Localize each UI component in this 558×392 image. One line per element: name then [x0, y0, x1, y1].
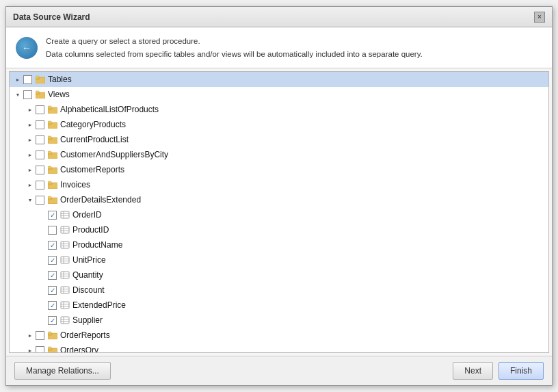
expand-icon-custsupp[interactable]: ► — [25, 149, 36, 160]
tree-item-custrep[interactable]: ► CustomerReports — [10, 162, 548, 177]
svg-rect-11 — [48, 121, 51, 123]
item-label-custsupp: CustomerAndSuppliersByCity — [60, 150, 168, 159]
checkbox-productname[interactable]: ✓ — [48, 241, 57, 250]
expand-icon-catprod[interactable]: ► — [25, 119, 36, 130]
svg-rect-61 — [48, 332, 51, 334]
item-label-alpha: AlphabeticalListOfProducts — [60, 105, 159, 114]
next-button[interactable]: Next — [453, 362, 493, 380]
svg-rect-55 — [61, 317, 69, 324]
back-button[interactable]: ← — [16, 37, 38, 59]
checkbox-orderid[interactable]: ✓ — [48, 211, 57, 220]
tree-item-currprod[interactable]: ► CurrentProductList — [10, 132, 548, 147]
tree-item-alpha[interactable]: ► AlphabeticalListOfProducts — [10, 102, 548, 117]
checkbox-custsupp[interactable] — [36, 151, 44, 159]
svg-rect-20 — [48, 166, 51, 168]
tree-item-catprod[interactable]: ► CategoryProducts — [10, 117, 548, 132]
tree-item-orderid[interactable]: ✓ OrderID — [10, 207, 548, 222]
field-icon-orderid — [59, 209, 70, 220]
svg-rect-31 — [61, 226, 69, 233]
expand-icon-invoices[interactable]: ► — [25, 179, 36, 190]
item-label-discount: Discount — [72, 285, 105, 295]
checkbox-catprod[interactable] — [36, 120, 44, 129]
field-icon-unitprice — [59, 254, 70, 265]
svg-rect-39 — [61, 257, 69, 263]
folder-icon-views — [35, 89, 46, 100]
folder-icon-tables — [35, 74, 46, 85]
checkbox-unitprice[interactable]: ✓ — [48, 256, 57, 265]
data-source-tree[interactable]: ► Tables▼ Views► AlphabeticalListOfProdu… — [9, 71, 549, 353]
item-label-productname: ProductName — [72, 240, 122, 250]
svg-rect-43 — [61, 272, 69, 278]
tree-item-tables[interactable]: ► Tables — [10, 72, 548, 87]
checkbox-custrep[interactable] — [36, 166, 44, 174]
field-icon-discount — [59, 285, 70, 296]
tree-item-orderdet[interactable]: ▼ OrderDetailsExtended — [10, 192, 548, 207]
item-label-extprice: ExtendedPrice — [72, 300, 126, 310]
tree-item-orderrep[interactable]: ► OrderReports — [10, 328, 548, 343]
tree-item-views[interactable]: ▼ Views — [10, 87, 548, 102]
checkbox-ordersqry[interactable] — [36, 346, 44, 354]
tree-item-productid[interactable]: ProductID — [10, 222, 548, 237]
close-button[interactable]: × — [534, 12, 545, 23]
expand-icon-productid — [37, 224, 48, 235]
expand-icon-quantity — [37, 270, 48, 280]
folder-icon-ordersqry — [47, 345, 58, 353]
tree-item-quantity[interactable]: ✓ Quantity — [10, 267, 548, 283]
expand-icon-tables[interactable]: ► — [12, 74, 23, 85]
tree-item-discount[interactable]: ✓ Discount — [10, 283, 548, 298]
finish-button[interactable]: Finish — [499, 362, 544, 380]
expand-icon-ordersqry[interactable]: ► — [25, 345, 36, 353]
svg-rect-51 — [61, 302, 69, 309]
folder-icon-catprod — [47, 119, 58, 130]
checkbox-invoices[interactable] — [36, 181, 44, 190]
svg-rect-23 — [48, 181, 51, 183]
tree-item-custsupp[interactable]: ► CustomerAndSuppliersByCity — [10, 147, 548, 162]
expand-icon-discount — [37, 285, 48, 296]
window-title: Data Source Wizard — [13, 12, 90, 22]
item-label-unitprice: UnitPrice — [72, 255, 106, 265]
folder-icon-custrep — [47, 164, 58, 175]
svg-rect-26 — [48, 196, 51, 198]
folder-icon-invoices — [47, 179, 58, 190]
tree-item-unitprice[interactable]: ✓ UnitPrice — [10, 252, 548, 267]
expand-icon-orderid — [37, 209, 48, 220]
item-label-views: Views — [48, 90, 70, 99]
folder-icon-alpha — [47, 104, 58, 115]
svg-rect-64 — [48, 347, 51, 349]
tree-item-ordersqry[interactable]: ► OrdersQry — [10, 343, 548, 353]
svg-rect-17 — [48, 151, 51, 153]
checkbox-quantity[interactable]: ✓ — [48, 271, 57, 280]
field-icon-quantity — [59, 270, 70, 280]
checkbox-extprice[interactable]: ✓ — [48, 301, 57, 310]
item-label-ordersqry: OrdersQry — [60, 345, 98, 353]
data-source-wizard-window: Data Source Wizard × ← Create a query or… — [5, 6, 553, 386]
expand-icon-views[interactable]: ▼ — [12, 89, 23, 100]
checkbox-alpha[interactable] — [36, 105, 44, 114]
expand-icon-currprod[interactable]: ► — [25, 134, 36, 145]
tree-item-productname[interactable]: ✓ ProductName — [10, 237, 548, 252]
manage-relations-button[interactable]: Manage Relations... — [14, 362, 111, 380]
item-label-custrep: CustomerReports — [60, 165, 124, 174]
svg-rect-2 — [36, 76, 39, 78]
expand-icon-orderrep[interactable]: ► — [25, 330, 36, 341]
checkbox-orderdet[interactable] — [36, 196, 44, 205]
expand-icon-productname — [37, 239, 48, 250]
svg-rect-35 — [61, 241, 69, 248]
tree-item-supplier[interactable]: ✓ Supplier — [10, 313, 548, 328]
checkbox-orderrep[interactable] — [36, 331, 44, 340]
tree-item-invoices[interactable]: ► Invoices — [10, 177, 548, 192]
folder-icon-currprod — [47, 134, 58, 145]
checkbox-tables[interactable] — [23, 75, 32, 84]
expand-icon-alpha[interactable]: ► — [25, 104, 36, 115]
expand-icon-orderdet[interactable]: ▼ — [25, 194, 36, 205]
checkbox-views[interactable] — [23, 90, 32, 99]
field-icon-extprice — [59, 300, 70, 311]
expand-icon-custrep[interactable]: ► — [25, 164, 36, 175]
header-description: Create a query or select a stored proced… — [46, 35, 423, 60]
checkbox-discount[interactable]: ✓ — [48, 286, 57, 295]
wizard-footer: Manage Relations... Next Finish — [6, 356, 552, 385]
tree-item-extprice[interactable]: ✓ ExtendedPrice — [10, 298, 548, 313]
checkbox-currprod[interactable] — [36, 135, 44, 144]
checkbox-productid[interactable] — [48, 226, 57, 235]
checkbox-supplier[interactable]: ✓ — [48, 316, 57, 325]
